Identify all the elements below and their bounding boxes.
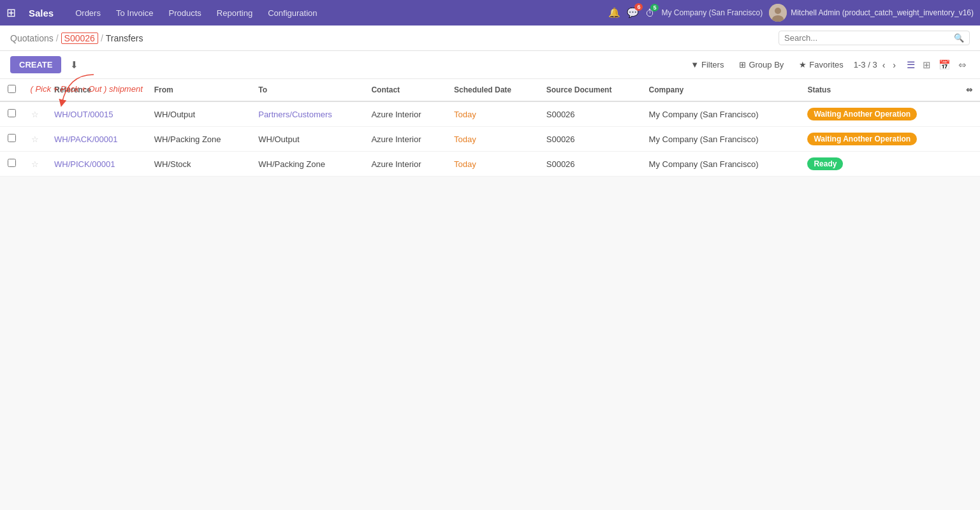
row-checkbox[interactable] [8,134,16,142]
select-all-header[interactable] [0,79,24,101]
nav-products[interactable]: Products [162,6,207,20]
col-source[interactable]: Source Document [539,79,641,101]
row-empty [958,127,980,152]
row-date: Today [446,127,539,152]
groupby-button[interactable]: ⊞ Group By [734,57,789,72]
row-from: WH/Output [147,101,251,127]
breadcrumb-s00026[interactable]: S00026 [61,33,98,44]
favorite-star[interactable]: ☆ [24,127,47,152]
favorites-button[interactable]: ★ Favorites [794,57,848,72]
list-view-button[interactable]: ☰ [903,57,918,73]
row-empty [958,101,980,127]
col-reference[interactable]: Reference [47,79,147,101]
fav-header [24,79,47,101]
row-checkbox-cell[interactable] [0,152,24,177]
row-reference[interactable]: WH/OUT/00015 [47,101,147,127]
breadcrumb-transfers: Transfers [106,33,143,43]
nav-configuration[interactable]: Configuration [261,6,323,20]
select-all-checkbox[interactable] [8,85,16,93]
toolbar-right: ▼ Filters ⊞ Group By ★ Favorites 1-3 / 3… [685,57,970,73]
clock-icon[interactable]: ⏱ 5 [645,8,655,18]
breadcrumb-quotations[interactable]: Quotations [10,33,54,43]
row-to: WH/Packing Zone [251,152,363,177]
nav-orders[interactable]: Orders [69,6,107,20]
row-contact: Azure Interior [363,127,446,152]
user-menu[interactable]: Mitchell Admin (product_catch_weight_inv… [769,4,974,22]
row-source: S00026 [539,101,641,127]
row-empty [958,152,980,177]
row-contact: Azure Interior [363,101,446,127]
chat-icon[interactable]: 💬 6 [627,7,639,18]
top-nav: ⊞ Sales Orders To Invoice Products Repor… [0,0,980,26]
row-status: Waiting Another Operation [800,127,958,152]
col-from[interactable]: From [147,79,251,101]
col-contact[interactable]: Contact [363,79,446,101]
clock-badge: 5 [650,4,659,11]
row-source: S00026 [539,127,641,152]
row-to: Partners/Customers [251,101,363,127]
col-to[interactable]: To [251,79,363,101]
search-input[interactable] [784,33,954,43]
table-row: ☆ WH/OUT/00015 WH/Output Partners/Custom… [0,101,980,127]
kanban-view-button[interactable]: ⊞ [919,57,934,73]
page-header: Quotations / S00026 / Transfers 🔍 [0,26,980,51]
col-adjust[interactable]: ⇔ [958,79,980,101]
row-checkbox[interactable] [8,109,16,117]
username: Mitchell Admin (product_catch_weight_inv… [791,8,974,17]
groupby-icon: ⊞ [739,60,746,69]
table-header-row: Reference From To Contact Scheduled Date… [0,79,980,101]
search-icon[interactable]: 🔍 [954,33,964,43]
company-name: My Company (San Francisco) [661,8,763,17]
row-checkbox-cell[interactable] [0,127,24,152]
nav-reporting[interactable]: Reporting [210,6,259,20]
create-button[interactable]: CREATE [10,56,61,73]
pagination: 1-3 / 3 ‹ › [854,59,898,71]
app-name[interactable]: Sales [29,8,54,18]
row-company: My Company (San Francisco) [641,101,800,127]
bell-icon[interactable]: 🔔 [608,7,620,18]
filter-icon: ▼ [691,60,699,69]
row-checkbox[interactable] [8,159,16,167]
row-contact: Azure Interior [363,152,446,177]
row-from: WH/Packing Zone [147,127,251,152]
col-company[interactable]: Company [641,79,800,101]
table-wrap: Reference From To Contact Scheduled Date… [0,79,980,177]
search-bar: 🔍 [779,31,970,45]
favorite-star[interactable]: ☆ [24,152,47,177]
table-row: ☆ WH/PICK/00001 WH/Stock WH/Packing Zone… [0,152,980,177]
favorite-star[interactable]: ☆ [24,101,47,127]
chat-badge: 6 [634,3,643,11]
breadcrumb: Quotations / S00026 / Transfers [10,33,143,44]
col-status[interactable]: Status [800,79,958,101]
row-company: My Company (San Francisco) [641,152,800,177]
col-date[interactable]: Scheduled Date [446,79,539,101]
row-reference[interactable]: WH/PICK/00001 [47,152,147,177]
next-page-button[interactable]: › [890,59,898,71]
star-icon: ★ [799,60,807,69]
nav-right: 🔔 💬 6 ⏱ 5 My Company (San Francisco) Mit… [608,4,974,22]
calendar-view-button[interactable]: 📅 [935,57,954,73]
transfers-table: Reference From To Contact Scheduled Date… [0,79,980,177]
breadcrumb-sep2: / [101,33,103,43]
prev-page-button[interactable]: ‹ [880,59,888,71]
row-date: Today [446,101,539,127]
nav-to-invoice[interactable]: To Invoice [110,6,160,20]
view-buttons: ☰ ⊞ 📅 ⇔ [903,57,970,73]
row-status: Ready [800,152,958,177]
breadcrumb-sep1: / [56,33,59,43]
filters-button[interactable]: ▼ Filters [685,57,729,72]
row-date: Today [446,152,539,177]
grid-icon[interactable]: ⊞ [6,6,16,20]
avatar [769,4,787,22]
row-company: My Company (San Francisco) [641,127,800,152]
adjust-cols-button[interactable]: ⇔ [955,57,970,73]
row-reference[interactable]: WH/PACK/00001 [47,127,147,152]
svg-point-1 [775,8,781,14]
table-row: ☆ WH/PACK/00001 WH/Packing Zone WH/Outpu… [0,127,980,152]
download-button[interactable]: ⬇ [66,57,82,73]
action-toolbar: CREATE ⬇ ( Pick + Pack + Out ) shipment … [0,51,980,79]
row-checkbox-cell[interactable] [0,101,24,127]
row-status: Waiting Another Operation [800,101,958,127]
row-from: WH/Stock [147,152,251,177]
nav-links: Orders To Invoice Products Reporting Con… [69,6,598,20]
